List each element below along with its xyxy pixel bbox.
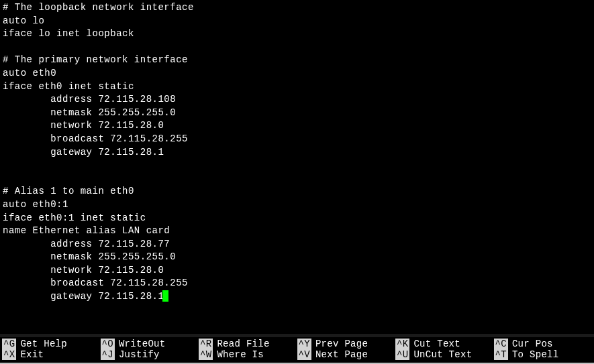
shortcut-key: ^W: [199, 349, 213, 360]
file-line: auto eth0: [3, 67, 591, 80]
shortcut-key: ^J: [101, 349, 115, 360]
shortcut-bar: ^GGet Help^OWriteOut^RRead File^YPrev Pa…: [0, 337, 594, 364]
file-line: # The primary network interface: [3, 54, 591, 67]
shortcut-cut-text[interactable]: ^KCut Text: [395, 339, 494, 349]
shortcut-key: ^T: [494, 349, 508, 360]
cursor: [162, 290, 168, 302]
shortcut-label: UnCut Text: [413, 349, 472, 360]
file-line: auto lo: [3, 15, 591, 28]
shortcut-to-spell[interactable]: ^TTo Spell: [494, 349, 593, 360]
shortcut-label: WriteOut: [119, 339, 166, 349]
shortcut-label: Prev Page: [315, 339, 368, 349]
shortcut-key: ^Y: [297, 339, 311, 349]
shortcut-writeout[interactable]: ^OWriteOut: [101, 339, 199, 349]
file-line: network 72.115.28.0: [3, 119, 591, 133]
shortcut-next-page[interactable]: ^VNext Page: [297, 349, 396, 360]
shortcut-key: ^O: [101, 339, 115, 349]
shortcut-label: Next Page: [315, 349, 368, 360]
editor-text-area[interactable]: # The loopback network interfaceauto loi…: [0, 0, 594, 334]
file-line: broadcast 72.115.28.255: [3, 277, 591, 290]
shortcut-label: To Spell: [512, 349, 559, 360]
shortcut-key: ^G: [2, 339, 16, 349]
shortcut-label: Cut Text: [413, 339, 460, 349]
shortcut-key: ^V: [297, 349, 311, 360]
shortcut-key: ^R: [199, 339, 213, 349]
file-line: auto eth0:1: [3, 198, 591, 212]
shortcut-label: Exit: [20, 349, 44, 360]
shortcut-justify[interactable]: ^JJustify: [101, 349, 199, 360]
shortcut-read-file[interactable]: ^RRead File: [199, 339, 297, 349]
file-line: [3, 41, 591, 54]
file-line: [3, 159, 591, 172]
shortcut-label: Cur Pos: [512, 339, 553, 349]
shortcut-uncut-text[interactable]: ^UUnCut Text: [395, 349, 494, 360]
shortcut-get-help[interactable]: ^GGet Help: [2, 339, 101, 349]
shortcut-label: Get Help: [20, 339, 67, 349]
shortcut-label: Where Is: [217, 349, 264, 360]
shortcut-cur-pos[interactable]: ^CCur Pos: [494, 339, 593, 349]
file-line: broadcast 72.115.28.255: [3, 133, 591, 146]
shortcut-label: Read File: [217, 339, 269, 349]
file-line: [3, 172, 591, 186]
shortcut-where-is[interactable]: ^WWhere Is: [199, 349, 297, 360]
file-line: netmask 255.255.255.0: [3, 107, 591, 120]
shortcut-label: Justify: [119, 349, 160, 360]
file-line: netmask 255.255.255.0: [3, 251, 591, 264]
file-line: iface eth0:1 inet static: [3, 212, 591, 225]
shortcut-key: ^K: [395, 339, 409, 349]
file-line: address 72.115.28.77: [3, 238, 591, 251]
file-line: iface eth0 inet static: [3, 80, 591, 94]
shortcut-key: ^C: [494, 339, 508, 349]
file-line: gateway 72.115.28.1: [3, 146, 591, 160]
shortcut-prev-page[interactable]: ^YPrev Page: [297, 339, 396, 349]
shortcut-exit[interactable]: ^XExit: [2, 349, 101, 360]
file-line: network 72.115.28.0: [3, 264, 591, 278]
file-line: name Ethernet alias LAN card: [3, 225, 591, 238]
file-line: # The loopback network interface: [3, 1, 591, 15]
file-line: iface lo inet loopback: [3, 27, 591, 41]
shortcut-key: ^U: [395, 349, 409, 360]
shortcut-key: ^X: [2, 349, 16, 360]
file-line: address 72.115.28.108: [3, 93, 591, 107]
file-line: gateway 72.115.28.1: [3, 290, 591, 304]
file-line: # Alias 1 to main eth0: [3, 185, 591, 198]
